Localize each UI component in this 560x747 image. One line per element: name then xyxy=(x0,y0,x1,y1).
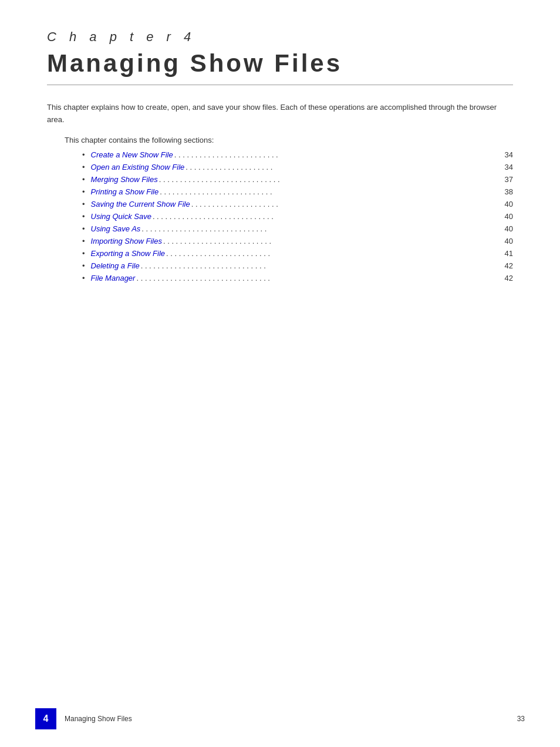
toc-page: 38 xyxy=(505,187,513,196)
toc-bullet: • xyxy=(82,175,85,184)
toc-item: •File Manager. . . . . . . . . . . . . .… xyxy=(82,274,513,282)
toc-dots: . . . . . . . . . . . . . . . . . . . . … xyxy=(159,175,504,184)
toc-link[interactable]: Merging Show Files xyxy=(91,175,158,184)
toc-page: 40 xyxy=(505,224,513,233)
toc-link[interactable]: Saving the Current Show File xyxy=(91,200,190,208)
toc-page: 37 xyxy=(505,175,513,184)
toc-item: •Printing a Show File. . . . . . . . . .… xyxy=(82,187,513,196)
title-rule xyxy=(47,85,513,85)
toc-item: •Open an Existing Show File. . . . . . .… xyxy=(82,163,513,171)
toc-item: •Merging Show Files. . . . . . . . . . .… xyxy=(82,175,513,184)
toc-item: •Using Quick Save. . . . . . . . . . . .… xyxy=(82,212,513,221)
footer-chapter-title: Managing Show Files xyxy=(65,715,517,723)
toc-dots: . . . . . . . . . . . . . . . . . . . . … xyxy=(136,274,503,282)
toc-dots: . . . . . . . . . . . . . . . . . . . . … xyxy=(141,224,503,233)
toc-link[interactable]: Create a New Show File xyxy=(91,150,173,159)
toc-item: •Create a New Show File. . . . . . . . .… xyxy=(82,150,513,159)
toc-dots: . . . . . . . . . . . . . . . . . . . . … xyxy=(166,249,504,258)
toc-dots: . . . . . . . . . . . . . . . . . . . . … xyxy=(141,261,504,270)
toc-link[interactable]: Open an Existing Show File xyxy=(91,163,185,171)
toc-item: •Saving the Current Show File. . . . . .… xyxy=(82,200,513,208)
toc-bullet: • xyxy=(82,212,85,221)
toc-link[interactable]: Importing Show Files xyxy=(91,237,162,245)
toc-page: 34 xyxy=(505,163,513,171)
toc-page: 34 xyxy=(505,150,513,159)
intro-paragraph: This chapter explains how to create, ope… xyxy=(47,102,505,126)
chapter-label: C h a p t e r 4 xyxy=(47,29,513,45)
page-footer: 4 Managing Show Files 33 xyxy=(0,708,560,729)
toc-page: 42 xyxy=(505,261,513,270)
toc-page: 40 xyxy=(505,200,513,208)
toc-page: 40 xyxy=(505,212,513,221)
toc-bullet: • xyxy=(82,237,85,245)
toc-page: 41 xyxy=(505,249,513,258)
toc-page: 40 xyxy=(505,237,513,245)
page-container: C h a p t e r 4 Managing Show Files This… xyxy=(0,0,560,747)
toc-link[interactable]: Printing a Show File xyxy=(91,187,159,196)
toc-dots: . . . . . . . . . . . . . . . . . . . . … xyxy=(185,163,503,171)
toc-dots: . . . . . . . . . . . . . . . . . . . . … xyxy=(163,237,504,245)
toc-link[interactable]: Exporting a Show File xyxy=(91,249,165,258)
toc-dots: . . . . . . . . . . . . . . . . . . . . … xyxy=(153,212,504,221)
footer-page-number: 33 xyxy=(517,715,525,723)
toc-link[interactable]: Using Save As xyxy=(91,224,141,233)
toc-bullet: • xyxy=(82,224,85,233)
toc-list: •Create a New Show File. . . . . . . . .… xyxy=(82,150,513,282)
toc-link[interactable]: Deleting a File xyxy=(91,261,140,270)
toc-bullet: • xyxy=(82,200,85,208)
toc-bullet: • xyxy=(82,249,85,258)
toc-item: •Using Save As. . . . . . . . . . . . . … xyxy=(82,224,513,233)
toc-item: •Exporting a Show File. . . . . . . . . … xyxy=(82,249,513,258)
toc-dots: . . . . . . . . . . . . . . . . . . . . … xyxy=(174,150,504,159)
toc-item: •Importing Show Files. . . . . . . . . .… xyxy=(82,237,513,245)
toc-dots: . . . . . . . . . . . . . . . . . . . . … xyxy=(191,200,504,208)
toc-dots: . . . . . . . . . . . . . . . . . . . . … xyxy=(160,187,503,196)
toc-bullet: • xyxy=(82,163,85,171)
toc-page: 42 xyxy=(505,274,513,282)
toc-link[interactable]: Using Quick Save xyxy=(91,212,151,221)
footer-chapter-number: 4 xyxy=(35,708,56,729)
toc-bullet: • xyxy=(82,261,85,270)
toc-bullet: • xyxy=(82,150,85,159)
toc-item: •Deleting a File. . . . . . . . . . . . … xyxy=(82,261,513,270)
toc-bullet: • xyxy=(82,274,85,282)
toc-link[interactable]: File Manager xyxy=(91,274,136,282)
toc-bullet: • xyxy=(82,187,85,196)
sections-intro: This chapter contains the following sect… xyxy=(65,136,513,144)
chapter-title: Managing Show Files xyxy=(47,49,513,78)
